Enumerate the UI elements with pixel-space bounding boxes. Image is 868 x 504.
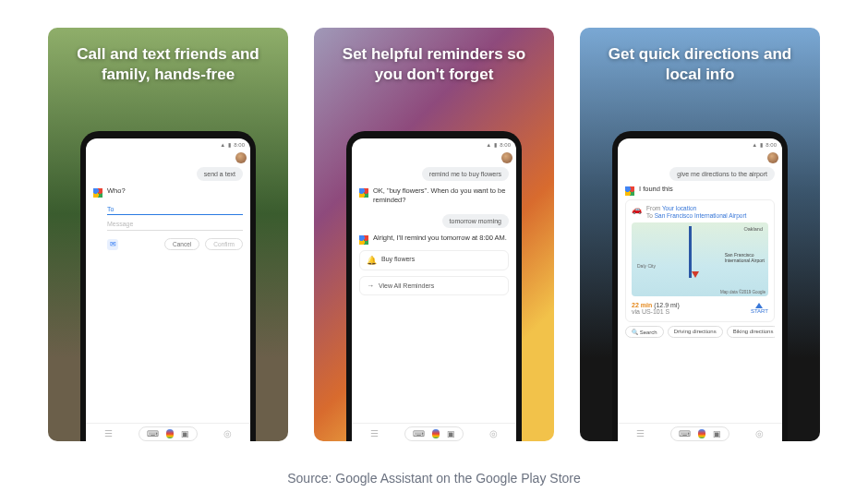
status-bar: ▲ ▮ 8:00 [86, 138, 250, 150]
user-message-2: tomorrow morning [442, 214, 509, 228]
explore-icon[interactable]: ◎ [755, 428, 764, 438]
to-value: San Francisco International Airport [655, 212, 747, 219]
signal-icon: ▲ [752, 142, 757, 148]
keyboard-icon[interactable]: ⌨ [147, 429, 159, 438]
message-field[interactable]: Message [107, 215, 243, 231]
assistant-block: I found this [625, 185, 775, 196]
start-navigation-button[interactable]: START [751, 303, 768, 314]
explore-icon[interactable]: ◎ [223, 428, 232, 438]
inbox-icon[interactable]: ☰ [370, 428, 379, 438]
car-icon: 🚗 [632, 205, 642, 214]
assistant-logo-icon [93, 188, 102, 198]
eta-time: 22 min [632, 302, 652, 308]
arrow-right-icon: → [367, 282, 374, 290]
from-value: Your location [662, 205, 696, 211]
status-bar: ▲ ▮ 8:00 [618, 138, 782, 150]
map-route-line [689, 226, 692, 278]
map-attribution: Map data ©2019 Google [720, 290, 766, 294]
inbox-icon[interactable]: ☰ [104, 428, 113, 438]
assistant-prompt: Who? [107, 186, 126, 198]
assistant-reply-1: OK, "buy flowers". When do you want to b… [373, 186, 509, 205]
reminder-card[interactable]: 🔔 Buy flowers [359, 250, 509, 270]
dock-center[interactable]: ⌨ ▣ [139, 426, 198, 441]
assistant-reply-2: Alright, I'll remind you tomorrow at 8:0… [373, 234, 507, 245]
map-preview[interactable]: Oakland Daly City San Francisco Internat… [632, 222, 768, 296]
battery-icon: ▮ [228, 141, 231, 148]
panel-directions: Get quick directions and local info ▲ ▮ … [580, 28, 820, 441]
chip-search[interactable]: 🔍 Search [625, 326, 664, 338]
assistant-logo-icon [359, 188, 368, 198]
assistant-dock: ☰ ⌨ ▣ ◎ [618, 423, 782, 441]
map-pin-icon [692, 271, 699, 278]
bell-icon: 🔔 [367, 256, 377, 265]
panels-row: Call and text friends and family, hands-… [46, 28, 822, 454]
user-message-1: remind me to buy flowers [422, 167, 509, 181]
start-label: START [751, 308, 768, 314]
clock-text: 8:00 [234, 142, 245, 148]
source-caption: Source: Google Assistant on the Google P… [46, 471, 822, 486]
suggestion-chips: 🔍 Search Driving directions Biking direc… [625, 326, 775, 338]
assistant-block: Who? [93, 186, 243, 198]
map-label-daly-city: Daly City [637, 263, 656, 269]
signal-icon: ▲ [220, 142, 225, 148]
cancel-button[interactable]: Cancel [164, 238, 199, 250]
keyboard-icon[interactable]: ⌨ [679, 429, 691, 438]
battery-icon: ▮ [494, 141, 497, 148]
mic-icon[interactable] [166, 429, 174, 438]
dock-center[interactable]: ⌨ ▣ [670, 426, 729, 441]
directions-card[interactable]: 🚗 From Your location To San Francisco In… [625, 199, 775, 322]
assistant-logo-icon [625, 186, 634, 196]
user-message: give me directions to the airport [669, 167, 775, 181]
assistant-dock: ☰ ⌨ ▣ ◎ [352, 423, 516, 441]
chat-area-3: give me directions to the airport I foun… [618, 163, 782, 423]
lens-icon[interactable]: ▣ [713, 429, 721, 438]
message-app-icon: ✉ [107, 239, 118, 250]
confirm-button[interactable]: Confirm [205, 238, 243, 250]
keyboard-icon[interactable]: ⌨ [413, 429, 425, 438]
eta-distance: (12.9 mi) [654, 302, 680, 308]
headline-2: Set helpful reminders so you don't forge… [314, 28, 554, 109]
avatar[interactable] [767, 152, 778, 163]
phone-screen-2: ▲ ▮ 8:00 remind me to buy flowers OK, "b… [352, 138, 516, 441]
chat-area-2: remind me to buy flowers OK, "buy flower… [352, 163, 516, 423]
assistant-block-2: Alright, I'll remind you tomorrow at 8:0… [359, 234, 509, 245]
chat-area-1: send a text Who? To Message ✉ Cancel [86, 163, 250, 423]
chip-biking[interactable]: Biking directions [727, 326, 775, 338]
inbox-icon[interactable]: ☰ [636, 428, 645, 438]
explore-icon[interactable]: ◎ [489, 428, 498, 438]
mic-icon[interactable] [698, 429, 705, 438]
clock-text: 8:00 [500, 142, 511, 148]
map-label-oakland: Oakland [744, 226, 764, 232]
phone-frame-1: ▲ ▮ 8:00 send a text Who? To Messag [80, 131, 256, 441]
assistant-dock: ☰ ⌨ ▣ ◎ [86, 423, 250, 441]
chip-driving[interactable]: Driving directions [668, 326, 723, 338]
eta-route: via US-101 S [632, 308, 680, 315]
clock-text: 8:00 [766, 142, 777, 148]
avatar[interactable] [235, 152, 247, 163]
screenshot-container: Call and text friends and family, hands-… [0, 0, 868, 504]
signal-icon: ▲ [486, 142, 491, 148]
search-icon: 🔍 [632, 330, 638, 335]
assistant-block-1: OK, "buy flowers". When do you want to b… [359, 186, 509, 205]
mic-icon[interactable] [432, 429, 440, 438]
to-field[interactable]: To [107, 203, 243, 215]
phone-screen-1: ▲ ▮ 8:00 send a text Who? To Messag [86, 138, 250, 441]
view-all-reminders-link[interactable]: → View All Reminders [359, 276, 509, 295]
view-all-label: View All Reminders [379, 282, 434, 289]
phone-screen-3: ▲ ▮ 8:00 give me directions to the airpo… [618, 138, 782, 441]
lens-icon[interactable]: ▣ [181, 429, 189, 438]
panel-call-text: Call and text friends and family, hands-… [48, 28, 288, 441]
map-poi-label: San Francisco International Airport [725, 252, 765, 263]
lens-icon[interactable]: ▣ [447, 429, 455, 438]
assistant-logo-icon [359, 235, 368, 245]
battery-icon: ▮ [760, 141, 763, 148]
from-label: From [646, 205, 660, 211]
to-label: To [646, 212, 653, 219]
headline-1: Call and text friends and family, hands-… [48, 28, 288, 109]
phone-frame-3: ▲ ▮ 8:00 give me directions to the airpo… [612, 131, 788, 441]
panel-reminders: Set helpful reminders so you don't forge… [314, 28, 554, 441]
assistant-reply: I found this [639, 185, 673, 196]
dock-center[interactable]: ⌨ ▣ [404, 426, 464, 441]
phone-frame-2: ▲ ▮ 8:00 remind me to buy flowers OK, "b… [346, 131, 522, 441]
avatar[interactable] [501, 152, 512, 163]
